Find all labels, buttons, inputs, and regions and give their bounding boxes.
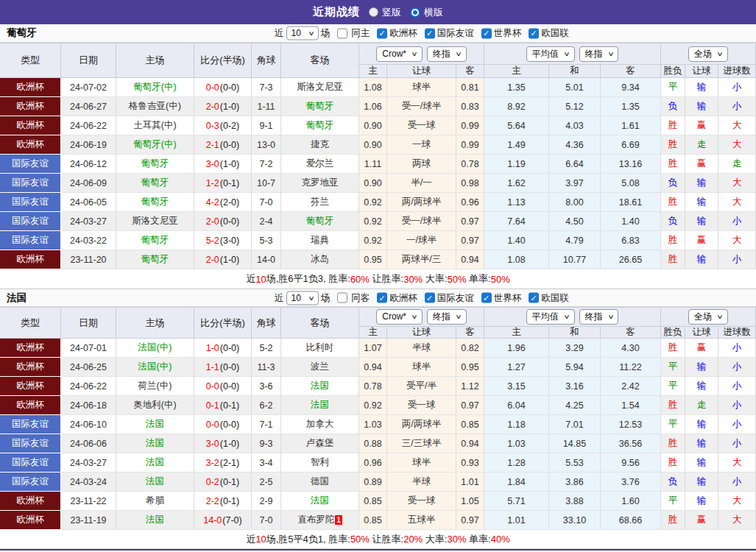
- col-handicap-result: 让球: [685, 65, 718, 78]
- cell-handicap-result: 输: [685, 492, 718, 511]
- cell-avg-home: 1.18: [484, 415, 549, 434]
- league-checkbox-nationsleague[interactable]: [529, 28, 539, 38]
- cell-match-type: 欧洲杯: [0, 358, 61, 377]
- league-checkbox-worldcup[interactable]: [481, 28, 492, 38]
- cell-goals-result: 小: [718, 212, 756, 231]
- cell-score: 0-0(0-0): [194, 377, 252, 396]
- league-checkbox-eurocup[interactable]: [377, 293, 387, 303]
- cell-handicap-result: 赢: [685, 116, 718, 135]
- cell-away-team: 冰岛: [281, 250, 359, 269]
- full-time-score: 2-0: [206, 216, 219, 227]
- matches-label: 场: [321, 291, 331, 304]
- cell-odds-away: 0.85: [456, 415, 484, 434]
- cell-handicap-result: 输: [685, 453, 718, 473]
- league-label-nationsleague: 欧国联: [541, 291, 569, 304]
- final-index-select[interactable]: 终指∨: [427, 309, 467, 325]
- odds-company-select[interactable]: Crow*∨: [376, 309, 423, 325]
- league-checkbox-friendly[interactable]: [425, 28, 435, 38]
- cell-odds-handicap: 两球: [387, 155, 456, 174]
- vertical-layout-radio[interactable]: [369, 7, 378, 17]
- chevron-down-icon: ∨: [411, 49, 417, 60]
- cell-handicap-result: 赢: [685, 339, 718, 358]
- full-match-select[interactable]: 全场∨: [688, 309, 728, 325]
- full-time-score: 3-0: [206, 439, 219, 449]
- cell-date: 24-06-09: [61, 174, 116, 193]
- cell-goals-result: 小: [718, 250, 756, 269]
- cell-home-team: 葡萄牙(中): [116, 135, 194, 155]
- cell-corners: 9-3: [252, 434, 281, 453]
- cell-away-team: 瑞典: [281, 231, 359, 250]
- cell-match-type: 国际友谊: [0, 155, 61, 174]
- horizontal-layout-radio[interactable]: [410, 7, 420, 18]
- cell-goals-result: 大: [718, 231, 756, 250]
- away-team-name: 瑞典: [311, 234, 329, 247]
- same-away-checkbox[interactable]: [337, 293, 347, 303]
- cell-score: 2-1(0-0): [194, 135, 252, 155]
- cell-avg-draw: 33.10: [549, 511, 601, 530]
- cell-home-team: 葡萄牙: [116, 250, 194, 269]
- section-header: 法国 近 10∨ 场 同客 欧洲杯 国际友谊 世界杯 欧国联: [0, 289, 756, 307]
- cell-match-type: 欧洲杯: [0, 250, 61, 269]
- final-index-select[interactable]: 终指∨: [579, 309, 619, 325]
- full-time-score: 14-0: [203, 515, 222, 526]
- recent-count-select[interactable]: 10∨: [286, 291, 319, 305]
- final-index-select[interactable]: 终指∨: [427, 46, 467, 62]
- cell-away-team: 葡萄牙: [281, 212, 359, 231]
- chevron-down-icon: ∨: [716, 311, 723, 322]
- recent-label: 近: [275, 291, 284, 304]
- cell-avg-draw: 5.53: [549, 453, 601, 473]
- cell-odds-handicap: 两球半/三: [387, 250, 456, 269]
- same-home-checkbox[interactable]: [337, 28, 347, 38]
- same-away-label: 同客: [351, 291, 370, 304]
- average-controls: 平均值∨ 终指∨: [484, 308, 661, 327]
- cell-goals-result: 小: [718, 396, 756, 415]
- cell-corners: 3-4: [252, 453, 281, 473]
- cell-match-type: 国际友谊: [0, 473, 61, 492]
- cell-date: 24-06-27: [61, 97, 116, 116]
- cell-date: 24-03-22: [61, 231, 116, 250]
- average-select[interactable]: 平均值∨: [526, 46, 575, 62]
- recent-label: 近: [275, 27, 284, 40]
- cell-avg-home: 1.49: [484, 135, 549, 155]
- recent-count-select[interactable]: 10∨: [286, 26, 319, 40]
- cell-odds-home: 1.11: [359, 155, 387, 174]
- col-handicap-result: 让球: [685, 327, 718, 339]
- cell-score: 3-0(1-0): [194, 155, 252, 174]
- average-select[interactable]: 平均值∨: [526, 309, 575, 325]
- cell-home-team: 法国: [116, 453, 194, 473]
- league-checkbox-eurocup[interactable]: [377, 28, 387, 38]
- cell-date: 24-06-18: [61, 396, 116, 415]
- away-team-name: 爱尔兰: [306, 158, 334, 170]
- odds-company-select[interactable]: Crow*∨: [376, 46, 423, 62]
- summary-text: 让胜率:: [370, 272, 403, 286]
- col-date: 日期: [61, 43, 116, 78]
- cell-home-team: 法国: [116, 511, 194, 530]
- cell-avg-away: 4.30: [601, 339, 661, 358]
- cell-handicap-result: 输: [685, 473, 718, 492]
- cell-odds-handicap: 受一球: [387, 396, 456, 415]
- league-checkbox-nationsleague[interactable]: [529, 293, 539, 303]
- half-time-score: (0-1): [220, 477, 239, 487]
- cell-odds-away: 0.93: [456, 453, 484, 473]
- cell-score: 2-2(0-1): [194, 492, 252, 511]
- layout-radio-group: 横版: [410, 6, 443, 19]
- vertical-layout-label: 竖版: [382, 6, 401, 19]
- cell-avg-home: 1.13: [484, 193, 549, 212]
- league-checkbox-worldcup[interactable]: [481, 293, 492, 303]
- full-match-select[interactable]: 全场∨: [688, 46, 728, 62]
- table-row: 国际友谊 24-03-27 斯洛文尼亚 2-0(0-0) 2-4 葡萄牙 0.9…: [0, 212, 756, 231]
- full-time-score: 1-2: [206, 178, 219, 188]
- league-checkbox-friendly[interactable]: [425, 293, 435, 303]
- cell-avg-home: 1.35: [484, 78, 549, 97]
- cell-odds-home: 1.03: [359, 415, 387, 434]
- cell-handicap-result: 赢: [685, 155, 718, 174]
- away-team-name: 法国: [311, 380, 329, 392]
- cell-handicap-result: 输: [685, 174, 718, 193]
- col-corner: 角球: [252, 43, 281, 78]
- cell-corners: 11-3: [252, 358, 281, 377]
- cell-home-team: 斯洛文尼亚: [116, 212, 194, 231]
- cell-avg-away: 11.22: [601, 358, 661, 377]
- final-index-select[interactable]: 终指∨: [579, 46, 619, 62]
- cell-avg-away: 1.35: [601, 97, 661, 116]
- cell-date: 24-03-27: [61, 212, 116, 231]
